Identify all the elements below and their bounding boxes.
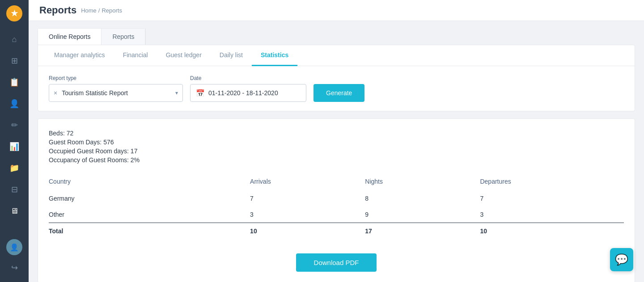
occupancy-stat: Occupancy of Guest Rooms: 2% [49, 156, 624, 164]
row-other-country: Other [49, 206, 250, 223]
tab-manager-analytics[interactable]: Manager analytics [45, 45, 114, 66]
download-pdf-button[interactable]: Download PDF [296, 253, 377, 272]
calendar-icon: 📅 [196, 89, 205, 97]
total-departures: 10 [480, 223, 624, 240]
col-header-country: Country [49, 174, 250, 190]
row-germany-country: Germany [49, 190, 250, 206]
row-germany-departures: 7 [480, 190, 624, 206]
row-germany-nights: 8 [365, 190, 480, 206]
page-header: Reports Home / Reports [29, 0, 644, 21]
col-header-departures: Departures [480, 174, 624, 190]
row-other-arrivals: 3 [250, 206, 365, 223]
table-row: Other 3 9 3 [49, 206, 624, 223]
row-other-nights: 9 [365, 206, 480, 223]
generate-button[interactable]: Generate [314, 84, 364, 102]
tab-reports[interactable]: Reports [102, 29, 145, 45]
table-row: Germany 7 8 7 [49, 190, 624, 206]
sidebar: ★ ⌂ ⊞ 📋 👤 ✏ 📊 📁 ⊟ 🖥 👤 ↪ [0, 0, 29, 282]
monitor-icon[interactable]: 🖥 [5, 202, 23, 220]
chevron-down-icon: ▾ [175, 90, 178, 96]
download-area: Download PDF [49, 253, 624, 272]
tab-online-reports[interactable]: Online Reports [38, 29, 102, 45]
report-type-value: Tourism Statistic Report [62, 89, 128, 97]
row-germany-arrivals: 7 [250, 190, 365, 206]
calendar-icon[interactable]: ⊞ [5, 52, 23, 70]
sidebar-logo: ★ [6, 5, 22, 21]
date-picker[interactable]: 📅 01-11-2020 - 18-11-2020 [190, 84, 306, 102]
table-icon[interactable]: ⊟ [5, 181, 23, 198]
main-content: Reports Home / Reports Online Reports Re… [29, 0, 644, 282]
occupied-stat: Occupied Guest Room days: 17 [49, 147, 624, 155]
clipboard-icon[interactable]: 📋 [5, 73, 23, 91]
col-header-arrivals: Arrivals [250, 174, 365, 190]
breadcrumb-separator: / [98, 7, 100, 14]
total-arrivals: 10 [250, 223, 365, 240]
col-header-nights: Nights [365, 174, 480, 190]
stats-summary: Beds: 72 Guest Room Days: 576 Occupied G… [49, 130, 624, 164]
chart-icon[interactable]: 📊 [5, 138, 23, 156]
top-tabs: Online Reports Reports [38, 28, 146, 45]
edit-icon[interactable]: ✏ [5, 116, 23, 134]
report-type-label: Report type [49, 75, 183, 81]
content-area: Online Reports Reports Manager analytics… [29, 21, 644, 282]
breadcrumb-home[interactable]: Home [81, 7, 97, 14]
breadcrumb: Home / Reports [81, 7, 122, 14]
exit-icon[interactable]: ↪ [5, 259, 23, 277]
folder-icon[interactable]: 📁 [5, 159, 23, 177]
clear-icon[interactable]: × [54, 89, 57, 97]
total-nights: 17 [365, 223, 480, 240]
tab-daily-list[interactable]: Daily list [211, 45, 252, 66]
date-group: Date 📅 01-11-2020 - 18-11-2020 [190, 75, 306, 102]
date-label: Date [190, 75, 306, 81]
total-label: Total [49, 223, 250, 240]
main-panel: Manager analytics Financial Guest ledger… [38, 45, 635, 111]
stats-table: Country Arrivals Nights Departures Germa… [49, 174, 624, 239]
page-title: Reports [39, 4, 76, 16]
table-row-total: Total 10 17 10 [49, 223, 624, 240]
report-type-select[interactable]: × Tourism Statistic Report ▾ [49, 84, 183, 102]
beds-stat: Beds: 72 [49, 130, 624, 137]
tab-financial[interactable]: Financial [114, 45, 157, 66]
sub-tabs: Manager analytics Financial Guest ledger… [38, 45, 635, 66]
chat-button[interactable]: 💬 [610, 248, 633, 271]
form-section: Report type × Tourism Statistic Report ▾… [38, 66, 635, 111]
breadcrumb-reports: Reports [102, 7, 122, 14]
row-other-departures: 3 [480, 206, 624, 223]
user-icon[interactable]: 👤 [5, 95, 23, 113]
stats-panel: Beds: 72 Guest Room Days: 576 Occupied G… [38, 118, 635, 282]
tab-guest-ledger[interactable]: Guest ledger [157, 45, 211, 66]
tab-statistics[interactable]: Statistics [252, 45, 297, 66]
report-type-group: Report type × Tourism Statistic Report ▾ [49, 75, 183, 102]
date-value: 01-11-2020 - 18-11-2020 [208, 89, 278, 97]
home-icon[interactable]: ⌂ [5, 30, 23, 48]
user-avatar[interactable]: 👤 [6, 239, 22, 255]
guest-room-days-stat: Guest Room Days: 576 [49, 139, 624, 146]
